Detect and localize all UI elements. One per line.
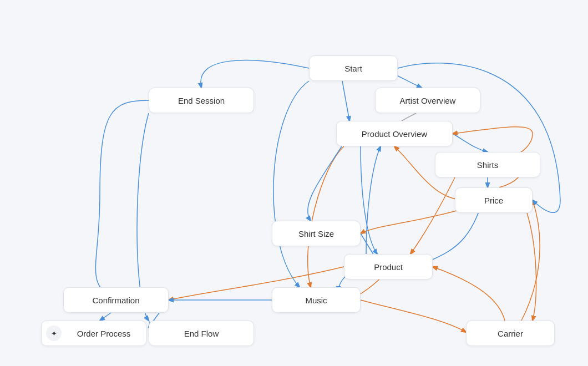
node-product-overview[interactable]: Product Overview [336,121,453,146]
flow-icon: ✦ [46,326,62,341]
node-price[interactable]: Price [455,187,533,213]
node-product[interactable]: Product [344,254,433,279]
node-start[interactable]: Start [309,55,398,81]
node-end-session[interactable]: End Session [149,88,254,113]
flow-canvas: Start End Session Artist Overview Produc… [0,0,588,366]
node-shirt-size[interactable]: Shirt Size [272,221,361,246]
node-shirts[interactable]: Shirts [435,152,540,177]
node-confirmation[interactable]: Confirmation [63,287,169,313]
node-carrier[interactable]: Carrier [466,321,555,346]
node-artist-overview[interactable]: Artist Overview [375,88,480,113]
node-order-process[interactable]: ✦ Order Process [41,321,146,346]
node-music[interactable]: Music [272,287,361,313]
node-end-flow[interactable]: End Flow [149,321,254,346]
